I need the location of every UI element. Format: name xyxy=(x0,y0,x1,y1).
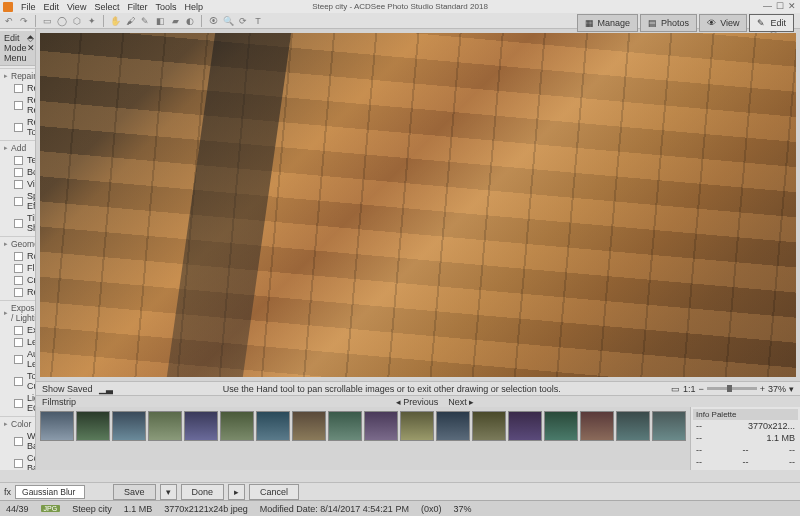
sidebar-item[interactable]: White Balance xyxy=(0,430,35,452)
pin-icon[interactable]: ⬘ xyxy=(27,33,34,43)
thumbnail[interactable] xyxy=(580,411,614,441)
status-count: 44/39 xyxy=(6,504,29,514)
sidebar-item[interactable]: Flip xyxy=(0,262,35,274)
select-ellipse-icon[interactable]: ◯ xyxy=(56,15,68,27)
status-bar: 44/39 JPG Steep city 1.1 MB 3770x2121x24… xyxy=(0,500,800,516)
show-saved-toggle[interactable]: Show Saved xyxy=(42,384,93,394)
fill-icon[interactable]: ▰ xyxy=(169,15,181,27)
sidebar-item[interactable]: Light EQ™ xyxy=(0,392,35,414)
sidebar-item[interactable]: Rotate xyxy=(0,250,35,262)
text-icon[interactable]: T xyxy=(252,15,264,27)
thumbnail[interactable] xyxy=(184,411,218,441)
pencil-icon[interactable]: ✎ xyxy=(139,15,151,27)
cancel-button[interactable]: Cancel xyxy=(249,484,299,500)
done-next-icon[interactable]: ▸ xyxy=(228,484,245,500)
menu-filter[interactable]: Filter xyxy=(127,2,147,12)
save-menu-icon[interactable]: ▾ xyxy=(160,484,177,500)
thumbnail[interactable] xyxy=(40,411,74,441)
thumbnail[interactable] xyxy=(472,411,506,441)
sidebar-item[interactable]: Repair xyxy=(0,82,35,94)
zoom-slider[interactable] xyxy=(707,387,757,390)
thumbnail[interactable] xyxy=(292,411,326,441)
mode-manage[interactable]: ▦Manage xyxy=(577,14,639,32)
sidebar-item[interactable]: Special Effect xyxy=(0,190,35,212)
fit-icon[interactable]: ▭ xyxy=(671,384,680,394)
thumbnail[interactable] xyxy=(220,411,254,441)
hand-icon[interactable]: ✋ xyxy=(109,15,121,27)
menu-tools[interactable]: Tools xyxy=(155,2,176,12)
sidebar-group[interactable]: Add xyxy=(0,140,35,154)
sidebar-item[interactable]: Tone Curves xyxy=(0,370,35,392)
menu-help[interactable]: Help xyxy=(184,2,203,12)
undo-icon[interactable]: ↶ xyxy=(3,15,15,27)
menu-file[interactable]: File xyxy=(21,2,36,12)
mode-photos[interactable]: ▤Photos xyxy=(640,14,697,32)
sidebar-item[interactable]: Auto Levels xyxy=(0,348,35,370)
thumbnail[interactable] xyxy=(400,411,434,441)
thumbnail[interactable] xyxy=(148,411,182,441)
thumbnail[interactable] xyxy=(544,411,578,441)
filter-dropdown[interactable]: Gaussian Blur xyxy=(15,485,85,499)
zoom-in-icon[interactable]: + xyxy=(760,384,765,394)
wand-icon[interactable]: ✦ xyxy=(86,15,98,27)
thumbnail[interactable] xyxy=(328,411,362,441)
eraser-icon[interactable]: ◧ xyxy=(154,15,166,27)
filter-preset-icon[interactable]: fx xyxy=(4,487,11,497)
brush-icon[interactable]: 🖌 xyxy=(124,15,136,27)
edit-icon: ✎ xyxy=(757,18,767,28)
zoom-dropdown-icon[interactable]: ▾ xyxy=(789,384,794,394)
close-icon[interactable]: ✕ xyxy=(788,1,796,11)
thumbnail[interactable] xyxy=(616,411,650,441)
thumbnail[interactable] xyxy=(436,411,470,441)
sidebar-group[interactable]: Repair xyxy=(0,68,35,82)
thumbnail[interactable] xyxy=(652,411,686,441)
minimize-icon[interactable]: — xyxy=(763,1,772,11)
sidebar-group[interactable]: Exposure / Lighting xyxy=(0,300,35,324)
filmstrip[interactable] xyxy=(36,407,690,445)
image-canvas[interactable] xyxy=(40,33,796,377)
info-size: 1.1 MB xyxy=(766,433,795,443)
prev-button[interactable]: ◂ Previous xyxy=(396,397,439,407)
menubar: File Edit View Select Filter Tools Help … xyxy=(0,0,800,13)
menu-edit[interactable]: Edit xyxy=(44,2,60,12)
sidebar-item[interactable]: Color Balance xyxy=(0,452,35,470)
gradient-icon[interactable]: ◐ xyxy=(184,15,196,27)
thumbnail[interactable] xyxy=(112,411,146,441)
actual-icon[interactable]: 1:1 xyxy=(683,384,696,394)
sidebar-item[interactable]: Tilt-Shift xyxy=(0,212,35,234)
sidebar-item-label: Rotate xyxy=(27,251,36,261)
thumbnail[interactable] xyxy=(364,411,398,441)
thumbnail[interactable] xyxy=(76,411,110,441)
sidebar-item[interactable]: Borders xyxy=(0,166,35,178)
histogram-toggle-icon[interactable]: ▁▃ xyxy=(99,384,113,394)
done-button[interactable]: Done xyxy=(181,484,225,500)
select-rect-icon[interactable]: ▭ xyxy=(41,15,53,27)
sidebar-item[interactable]: Crop xyxy=(0,274,35,286)
hint-text: Use the Hand tool to pan scrollable imag… xyxy=(223,384,561,394)
sidebar-item[interactable]: Red Eye Reduction xyxy=(0,94,35,116)
redo-icon[interactable]: ↷ xyxy=(18,15,30,27)
maximize-icon[interactable]: ☐ xyxy=(776,1,784,11)
sidebar-item[interactable]: Repair Tool xyxy=(0,116,35,138)
next-button[interactable]: Next ▸ xyxy=(448,397,474,407)
sidebar-item[interactable]: Text xyxy=(0,154,35,166)
sidebar-item[interactable]: Vignette xyxy=(0,178,35,190)
thumbnail[interactable] xyxy=(256,411,290,441)
menu-view[interactable]: View xyxy=(67,2,86,12)
zoom-out-icon[interactable]: − xyxy=(698,384,703,394)
sidebar-item-label: Levels xyxy=(27,337,36,347)
eyedropper-icon[interactable]: ⦿ xyxy=(207,15,219,27)
rotate-icon[interactable]: ⟳ xyxy=(237,15,249,27)
sidebar-item[interactable]: Levels xyxy=(0,336,35,348)
sidebar-item[interactable]: Resize xyxy=(0,286,35,298)
sidebar-group[interactable]: Geometry xyxy=(0,236,35,250)
lasso-icon[interactable]: ⬡ xyxy=(71,15,83,27)
menu-select[interactable]: Select xyxy=(94,2,119,12)
sidebar-group[interactable]: Color xyxy=(0,416,35,430)
tool-icon xyxy=(14,377,23,386)
zoom-icon[interactable]: 🔍 xyxy=(222,15,234,27)
sidebar-item[interactable]: Exposure xyxy=(0,324,35,336)
panel-close-icon[interactable]: ✕ xyxy=(27,43,35,53)
thumbnail[interactable] xyxy=(508,411,542,441)
save-button[interactable]: Save xyxy=(113,484,156,500)
